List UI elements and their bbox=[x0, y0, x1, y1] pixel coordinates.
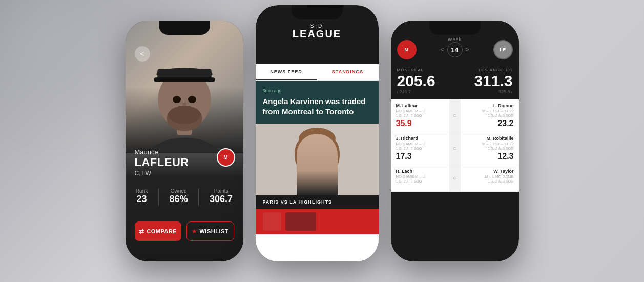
la-badge-text: LE bbox=[500, 47, 506, 52]
news-time-1: 3min ago bbox=[263, 88, 371, 93]
player-photo-area bbox=[126, 21, 243, 153]
p1-right-status: M – L 1ST – 14:33 bbox=[466, 109, 514, 113]
badge-letter: M bbox=[223, 155, 227, 160]
svg-rect-11 bbox=[297, 170, 338, 195]
tab-standings[interactable]: STANDINGS bbox=[317, 64, 379, 80]
week-number: 14 bbox=[447, 42, 463, 57]
svg-point-20 bbox=[321, 150, 326, 154]
svg-rect-16 bbox=[299, 139, 336, 154]
news-card-small[interactable] bbox=[256, 209, 379, 234]
week-header: Week M < 14 > LE bbox=[391, 21, 519, 65]
news-title-1: Angela Karvinen was traded from Montreal… bbox=[263, 96, 371, 116]
week-next-button[interactable]: > bbox=[466, 46, 469, 53]
player-right-3: W. Taylor M – L NO GAME 1 G, 2 A, 3 SOG bbox=[461, 165, 519, 191]
player-matchups: M. Lafleur NO GAME M – L 1 G, 2 A, 3 SOG… bbox=[391, 99, 519, 192]
p3-left-stats: 1 G, 2 A, 3 SOG bbox=[396, 179, 444, 183]
scores-section: MONTREAL 205.6 / 245.7 LOS ANGELES 311.3… bbox=[391, 65, 519, 99]
stat-points: Points 306.7 bbox=[210, 188, 233, 206]
news-card-1[interactable]: 3min ago Angela Karvinen was traded from… bbox=[256, 81, 379, 124]
tab-news-feed[interactable]: NEWS FEED bbox=[256, 64, 317, 80]
position-divider-3: C bbox=[449, 165, 461, 191]
phone3-content: Week M < 14 > LE MONTREAL 205.6 bbox=[391, 21, 519, 261]
svg-rect-5 bbox=[154, 77, 215, 82]
phone-standings: Week M < 14 > LE MONTREAL 205.6 bbox=[391, 21, 519, 261]
p3-left-name: H. Lach bbox=[396, 169, 444, 174]
p1-left-score: 35.9 bbox=[396, 119, 444, 128]
montreal-score-value: 205.6 bbox=[397, 73, 455, 89]
back-button[interactable]: < bbox=[135, 46, 150, 62]
svg-point-19 bbox=[308, 150, 314, 154]
position-divider-1: C bbox=[449, 99, 461, 132]
logo-bottom: LEAGUE bbox=[261, 29, 373, 39]
stat-rank: Rank 23 bbox=[136, 188, 148, 206]
compare-icon: ⇄ bbox=[139, 228, 144, 235]
p2-right-score: 12.3 bbox=[466, 152, 514, 161]
montreal-score: MONTREAL 205.6 / 245.7 bbox=[397, 68, 455, 94]
points-label: Points bbox=[210, 188, 233, 194]
stats-row: Rank 23 Owned 86% Points 306.7 bbox=[126, 188, 243, 206]
stat-divider-1 bbox=[158, 188, 159, 206]
svg-point-18 bbox=[327, 140, 340, 169]
news-image bbox=[256, 124, 379, 195]
phone-player-profile: < Maurice LAFLEUR C, LW M Rank 23 Owned … bbox=[126, 21, 243, 261]
star-icon: ★ bbox=[192, 228, 197, 235]
player-row-2: J. Richard NO GAME M – L 1 G, 2 A, 3 SOG… bbox=[391, 132, 519, 165]
wishlist-label: WISHLIST bbox=[199, 228, 228, 234]
p2-left-name: J. Richard bbox=[396, 136, 444, 141]
p3-right-name: W. Taylor bbox=[466, 169, 514, 174]
p3-right-status: M – L NO GAME bbox=[466, 174, 514, 179]
small-card-thumb2 bbox=[285, 212, 316, 231]
rank-label: Rank bbox=[136, 188, 148, 194]
phone-news-feed: SID LEAGUE NEWS FEED STANDINGS 3min ago … bbox=[256, 5, 379, 261]
svg-point-6 bbox=[173, 96, 181, 103]
owned-label: Owned bbox=[170, 188, 188, 194]
svg-rect-12 bbox=[299, 167, 335, 177]
compare-label: COMPARE bbox=[147, 228, 177, 234]
action-buttons: ⇄ COMPARE ★ WISHLIST bbox=[126, 221, 243, 241]
player-left-3: H. Lach NO GAME M – L 1 G, 2 A, 3 SOG bbox=[391, 165, 449, 191]
player-right-2: M. Robitaille M – L 1ST – 14:33 1 G, 2 A… bbox=[461, 132, 519, 165]
week-prev-button[interactable]: < bbox=[440, 46, 444, 53]
owned-value: 86% bbox=[170, 194, 188, 205]
player-position: C, LW bbox=[135, 170, 189, 177]
p2-left-score: 17.3 bbox=[396, 152, 444, 161]
svg-point-17 bbox=[295, 140, 307, 169]
player-image-illustration bbox=[256, 124, 379, 195]
points-value: 306.7 bbox=[210, 194, 233, 205]
compare-button[interactable]: ⇄ COMPARE bbox=[135, 221, 181, 241]
p1-right-stats: 1 G, 2 A, 3 SOG bbox=[466, 114, 514, 117]
feed-tabs: NEWS FEED STANDINGS bbox=[256, 64, 379, 81]
small-card-thumb bbox=[263, 212, 281, 231]
svg-rect-13 bbox=[311, 158, 323, 173]
player-row-1: M. Lafleur NO GAME M – L 1 G, 2 A, 3 SOG… bbox=[391, 99, 519, 132]
news-feed-header: SID LEAGUE bbox=[256, 5, 379, 64]
p1-left-name: M. Lafleur bbox=[396, 103, 444, 108]
p1-left-stats: 1 G, 2 A, 3 SOG bbox=[396, 114, 444, 117]
position-divider-2: C bbox=[449, 132, 461, 165]
la-score: LOS ANGELES 311.3 325.6 / bbox=[455, 68, 513, 94]
montreal-badge-text: M bbox=[405, 47, 409, 52]
player-left-2: J. Richard NO GAME M – L 1 G, 2 A, 3 SOG… bbox=[391, 132, 449, 165]
rank-value: 23 bbox=[136, 194, 148, 205]
position-label-1: C bbox=[453, 113, 456, 118]
player-info: Maurice LAFLEUR C, LW bbox=[135, 147, 189, 177]
p2-right-stats: 1 G, 2 A, 3 SOG bbox=[466, 147, 514, 150]
position-label-2: C bbox=[453, 146, 456, 151]
la-team-name: LOS ANGELES bbox=[455, 68, 513, 72]
wishlist-button[interactable]: ★ WISHLIST bbox=[186, 221, 234, 241]
svg-point-7 bbox=[188, 96, 196, 103]
svg-point-9 bbox=[168, 106, 201, 124]
la-badge: LE bbox=[493, 40, 513, 59]
back-arrow-icon: < bbox=[140, 50, 144, 58]
montreal-badge: M bbox=[397, 40, 417, 59]
player-last-name: LAFLEUR bbox=[135, 156, 189, 169]
news-card-image[interactable]: PARIS VS LA HIGHLIGHTS bbox=[256, 124, 379, 209]
la-score-value: 311.3 bbox=[455, 73, 513, 89]
p2-left-status: NO GAME M – L bbox=[396, 142, 444, 146]
player-row-3: H. Lach NO GAME M – L 1 G, 2 A, 3 SOG C … bbox=[391, 165, 519, 192]
week-nav: < 14 > bbox=[440, 42, 469, 57]
la-score-sub: 325.6 / bbox=[455, 89, 513, 94]
player-badge: M bbox=[217, 148, 235, 167]
player-first-name: Maurice bbox=[135, 148, 158, 156]
news-card-label: PARIS VS LA HIGHLIGHTS bbox=[256, 195, 379, 209]
